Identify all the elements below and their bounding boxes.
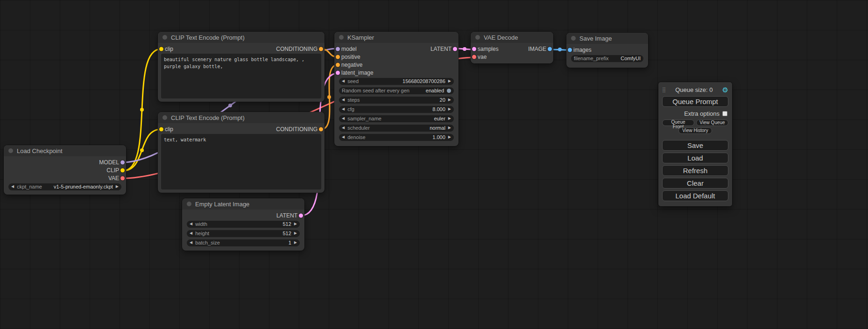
drag-handle-icon[interactable]: ⣿ bbox=[662, 87, 666, 93]
widget-value: 1.000 bbox=[432, 134, 445, 140]
ckpt-name-widget[interactable]: ◀ ckpt_name v1-5-pruned-emaonly.ckpt ▶ bbox=[8, 183, 121, 190]
positive-prompt-textarea[interactable]: beautiful scenery nature glass bottle la… bbox=[161, 54, 321, 98]
collapse-dot-icon[interactable] bbox=[187, 202, 191, 206]
negative-prompt-textarea[interactable]: text, watermark bbox=[161, 134, 321, 189]
decrement-arrow-icon[interactable]: ◀ bbox=[190, 241, 192, 245]
comfyui-canvas[interactable]: { "colors": { "model": "#B39DDB", "clip"… bbox=[0, 0, 868, 329]
scheduler-widget[interactable]: ◀ scheduler normal ▶ bbox=[339, 125, 454, 132]
view-history-button[interactable]: View History bbox=[678, 127, 712, 134]
model-output-dot[interactable] bbox=[120, 160, 125, 164]
queue-prompt-button[interactable]: Queue Prompt bbox=[662, 96, 728, 107]
increment-arrow-icon[interactable]: ▶ bbox=[294, 222, 297, 226]
decrement-arrow-icon[interactable]: ◀ bbox=[342, 79, 345, 83]
queue-front-button[interactable]: Queue Front bbox=[662, 119, 694, 126]
node-title-bar[interactable]: KSampler bbox=[334, 32, 459, 43]
positive-input-dot[interactable] bbox=[336, 55, 340, 59]
decrement-arrow-icon[interactable]: ◀ bbox=[11, 185, 14, 189]
node-clip-text-encode-positive[interactable]: CLIP Text Encode (Prompt) clip CONDITION… bbox=[158, 32, 325, 102]
random-seed-toggle-widget[interactable]: Random seed after every gen enabled bbox=[339, 87, 454, 94]
negative-input-dot[interactable] bbox=[336, 63, 340, 67]
latent-output-dot[interactable] bbox=[299, 213, 303, 217]
node-ksampler[interactable]: KSampler model LATENT positive negative … bbox=[334, 32, 459, 146]
vae-input-dot[interactable] bbox=[472, 55, 476, 59]
node-clip-text-encode-negative[interactable]: CLIP Text Encode (Prompt) clip CONDITION… bbox=[158, 112, 325, 193]
collapse-dot-icon[interactable] bbox=[162, 115, 167, 120]
images-input-dot[interactable] bbox=[568, 48, 572, 52]
collapse-dot-icon[interactable] bbox=[162, 35, 167, 40]
seed-widget[interactable]: ◀ seed 156680208700286 ▶ bbox=[339, 78, 454, 85]
widget-value: euler bbox=[434, 116, 445, 121]
increment-arrow-icon[interactable]: ▶ bbox=[448, 126, 451, 130]
increment-arrow-icon[interactable]: ▶ bbox=[116, 185, 119, 189]
clip-input-dot[interactable] bbox=[159, 47, 163, 51]
model-input-dot[interactable] bbox=[336, 47, 340, 51]
node-title-bar[interactable]: Save Image bbox=[566, 33, 648, 44]
image-output-dot[interactable] bbox=[548, 47, 552, 51]
latent-image-input-dot[interactable] bbox=[336, 70, 340, 75]
increment-arrow-icon[interactable]: ▶ bbox=[448, 79, 451, 83]
filename-prefix-widget[interactable]: filename_prefix ComfyUI bbox=[571, 55, 643, 62]
node-title-bar[interactable]: Empty Latent Image bbox=[182, 198, 304, 210]
node-empty-latent-image[interactable]: Empty Latent Image LATENT ◀ width 512 ▶ … bbox=[182, 198, 304, 251]
increment-arrow-icon[interactable]: ▶ bbox=[448, 117, 451, 120]
cfg-widget[interactable]: ◀ cfg 8.000 ▶ bbox=[339, 106, 454, 113]
node-title-bar[interactable]: Load Checkpoint bbox=[4, 145, 126, 156]
input-slot-latent-image: latent_image bbox=[334, 69, 459, 77]
node-vae-decode[interactable]: VAE Decode samples IMAGE vae bbox=[471, 32, 553, 63]
queue-size-label: Queue size: 0 bbox=[666, 86, 722, 93]
node-title-bar[interactable]: CLIP Text Encode (Prompt) bbox=[158, 32, 325, 43]
extra-options-checkbox[interactable] bbox=[722, 111, 727, 116]
collapse-dot-icon[interactable] bbox=[8, 148, 13, 153]
node-title-bar[interactable]: CLIP Text Encode (Prompt) bbox=[158, 112, 325, 123]
samples-input-dot[interactable] bbox=[472, 47, 476, 51]
collapse-dot-icon[interactable] bbox=[571, 36, 576, 41]
height-widget[interactable]: ◀ height 512 ▶ bbox=[187, 230, 300, 237]
clip-output-dot[interactable] bbox=[120, 168, 125, 172]
toggle-knob-icon[interactable] bbox=[447, 89, 451, 93]
decrement-arrow-icon[interactable]: ◀ bbox=[342, 135, 345, 139]
vae-output-dot[interactable] bbox=[120, 176, 125, 180]
width-widget[interactable]: ◀ width 512 ▶ bbox=[187, 221, 300, 228]
collapse-dot-icon[interactable] bbox=[475, 35, 480, 40]
increment-arrow-icon[interactable]: ▶ bbox=[294, 231, 297, 235]
conditioning-output-dot[interactable] bbox=[319, 47, 323, 51]
widget-label: scheduler bbox=[347, 125, 370, 131]
collapse-dot-icon[interactable] bbox=[339, 35, 344, 40]
view-queue-button[interactable]: View Queue bbox=[696, 119, 728, 126]
link-midpoint-dot bbox=[463, 47, 466, 51]
increment-arrow-icon[interactable]: ▶ bbox=[294, 241, 297, 245]
load-default-button[interactable]: Load Default bbox=[662, 190, 728, 201]
node-title: VAE Decode bbox=[484, 34, 518, 41]
decrement-arrow-icon[interactable]: ◀ bbox=[342, 126, 345, 130]
clip-input-dot[interactable] bbox=[159, 127, 163, 131]
increment-arrow-icon[interactable]: ▶ bbox=[448, 135, 451, 139]
conditioning-output-dot[interactable] bbox=[319, 127, 323, 131]
decrement-arrow-icon[interactable]: ◀ bbox=[342, 117, 345, 120]
sampler-name-widget[interactable]: ◀ sampler_name euler ▶ bbox=[339, 115, 454, 122]
increment-arrow-icon[interactable]: ▶ bbox=[448, 107, 451, 111]
node-load-checkpoint[interactable]: Load Checkpoint MODEL CLIP VAE ◀ ckpt_na… bbox=[4, 145, 126, 195]
node-title-bar[interactable]: VAE Decode bbox=[471, 32, 553, 43]
input-slot-images: images bbox=[566, 46, 648, 54]
node-save-image[interactable]: Save Image images filename_prefix ComfyU… bbox=[566, 33, 648, 68]
widget-value: ComfyUI bbox=[621, 56, 641, 61]
refresh-button[interactable]: Refresh bbox=[662, 165, 728, 176]
output-slot-vae: VAE bbox=[4, 174, 126, 182]
denoise-widget[interactable]: ◀ denoise 1.000 ▶ bbox=[339, 134, 454, 141]
steps-widget[interactable]: ◀ steps 20 ▶ bbox=[339, 97, 454, 104]
latent-output-dot[interactable] bbox=[453, 47, 457, 51]
slot-label: images bbox=[573, 47, 592, 53]
slot-row-model-latent: model LATENT bbox=[334, 45, 459, 53]
batch-size-widget[interactable]: ◀ batch_size 1 ▶ bbox=[187, 239, 300, 246]
settings-gear-icon[interactable]: ⚙ bbox=[722, 86, 728, 93]
increment-arrow-icon[interactable]: ▶ bbox=[448, 98, 451, 102]
slot-label: LATENT bbox=[430, 46, 452, 52]
decrement-arrow-icon[interactable]: ◀ bbox=[190, 222, 192, 226]
widget-label: filename_prefix bbox=[574, 56, 609, 61]
decrement-arrow-icon[interactable]: ◀ bbox=[342, 107, 345, 111]
clear-button[interactable]: Clear bbox=[662, 178, 728, 189]
save-button[interactable]: Save bbox=[662, 140, 728, 151]
decrement-arrow-icon[interactable]: ◀ bbox=[342, 98, 345, 102]
decrement-arrow-icon[interactable]: ◀ bbox=[190, 231, 192, 235]
load-button[interactable]: Load bbox=[662, 153, 728, 163]
